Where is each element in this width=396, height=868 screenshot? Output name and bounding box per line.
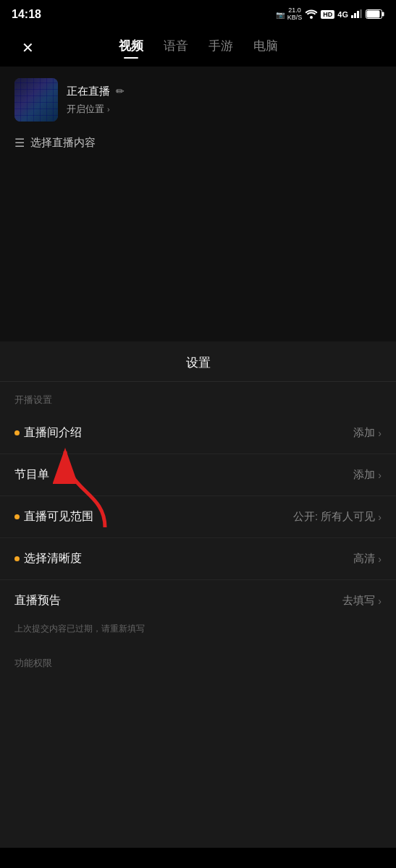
user-row: 正在直播 ✏ 开启位置 › [0,67,396,127]
status-icons: 📷 21.0KB/S HD 4G [276,7,384,22]
svg-rect-1 [351,15,353,18]
top-nav: ✕ 视频 语音 手游 电脑 [0,26,396,67]
tab-voice[interactable]: 语音 [164,38,188,59]
nav-tabs: 视频 语音 手游 电脑 [41,38,355,59]
svg-rect-4 [360,9,362,18]
location-button[interactable]: 开启位置 › [67,103,125,116]
location-arrow-icon: › [107,105,110,114]
list-icon: ☰ [14,136,25,150]
svg-rect-7 [367,10,380,17]
speed-text: 21.0KB/S [287,7,303,22]
schedule-chevron: › [378,469,382,481]
preview-label: 直播预告 [14,593,61,608]
location-label: 开启位置 [67,103,104,116]
settings-item-intro-left: 直播间介绍 [14,425,82,441]
visibility-value: 公开: 所有人可见 [293,510,375,524]
settings-item-preview[interactable]: 直播预告 去填写 › [0,580,396,621]
settings-item-preview-left: 直播预告 [14,593,61,608]
settings-item-visibility-right: 公开: 所有人可见 › [293,510,382,524]
intro-chevron: › [378,427,382,439]
tab-pc[interactable]: 电脑 [253,38,278,59]
dot-indicator-quality [14,556,20,561]
live-status: 正在直播 ✏ [67,85,125,98]
settings-item-schedule[interactable]: 节目单 添加 › [0,454,396,496]
dot-indicator-visibility [14,514,20,519]
content-selector-label: 选择直播内容 [30,136,96,150]
close-button[interactable]: ✕ [14,35,41,61]
schedule-label: 节目单 [14,467,49,482]
settings-header: 设置 [0,341,396,382]
settings-item-quality-right: 高清 › [353,552,382,566]
section-label-permissions: 功能权限 [0,645,396,676]
section-label-broadcast: 开播设置 [0,382,396,412]
status-time: 14:18 [12,8,41,21]
wifi-icon [305,9,318,20]
preview-subtext: 上次提交内容已过期，请重新填写 [0,621,396,645]
signal-icon [351,9,363,20]
edit-icon[interactable]: ✏ [116,85,125,97]
intro-action: 添加 [353,426,375,440]
quality-chevron: › [378,553,382,565]
dot-indicator-intro [14,430,20,435]
svg-point-0 [310,16,313,19]
camera-icon: 📷 [276,11,285,19]
camera-area: 正在直播 ✏ 开启位置 › ☰ 选择直播内容 [0,67,396,341]
user-info: 正在直播 ✏ 开启位置 › [67,85,125,116]
avatar [14,78,58,122]
visibility-label: 直播可见范围 [24,509,93,524]
settings-item-schedule-left: 节目单 [14,467,49,482]
settings-item-intro-right: 添加 › [353,426,382,440]
close-icon: ✕ [22,39,34,56]
tab-video[interactable]: 视频 [119,38,143,59]
settings-panel: 设置 开播设置 直播间介绍 添加 › 节目单 添加 › 直播可见范围 公开: 所… [0,341,396,848]
preview-action: 去填写 [342,594,375,608]
preview-chevron: › [378,595,382,607]
settings-item-quality-left: 选择清晰度 [14,551,82,566]
content-selector[interactable]: ☰ 选择直播内容 [0,127,396,158]
settings-item-schedule-right: 添加 › [353,468,382,482]
intro-label: 直播间介绍 [24,425,82,441]
schedule-action: 添加 [353,468,375,482]
hd-badge: HD [321,10,334,19]
svg-rect-2 [354,13,356,18]
settings-item-quality[interactable]: 选择清晰度 高清 › [0,538,396,580]
quality-value: 高清 [353,552,375,566]
settings-item-visibility[interactable]: 直播可见范围 公开: 所有人可见 › [0,496,396,538]
settings-item-visibility-left: 直播可见范围 [14,509,93,524]
svg-rect-6 [382,12,384,16]
battery-icon [366,9,384,20]
tab-game[interactable]: 手游 [208,38,233,59]
live-status-label: 正在直播 [67,85,110,98]
network-icon: 4G [337,10,348,19]
quality-label: 选择清晰度 [24,551,82,566]
settings-item-intro[interactable]: 直播间介绍 添加 › [0,412,396,454]
settings-item-preview-right: 去填写 › [342,594,382,608]
svg-rect-3 [357,11,359,18]
visibility-chevron: › [378,511,382,523]
status-bar: 14:18 📷 21.0KB/S HD 4G [0,0,396,26]
